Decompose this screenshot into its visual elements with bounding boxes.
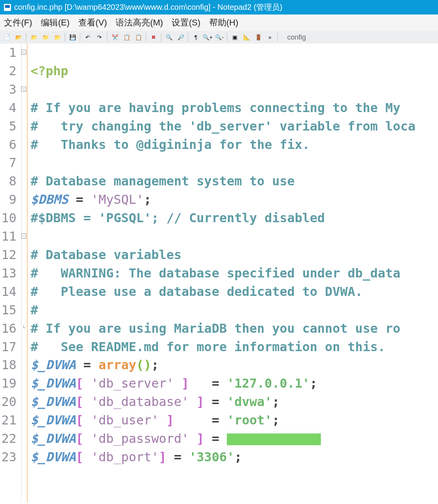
open-file-tab[interactable]: config bbox=[287, 33, 306, 42]
menu-edit[interactable]: 编辑(E) bbox=[41, 18, 69, 27]
fold-end-icon: └ bbox=[21, 326, 26, 331]
toolbar: 📄 📂 📁 📁 📁 💾 ↶ ↷ ✂️ 📋 📋 ✖ 🔍 🔎 ¶ 🔍+ 🔍- ▣ 📐… bbox=[0, 31, 438, 44]
tb-zoomin-icon[interactable]: 🔍+ bbox=[203, 32, 213, 42]
code-content[interactable]: <?php # If you are having problems conne… bbox=[27, 44, 438, 502]
tb-open-icon[interactable]: 📂 bbox=[13, 32, 24, 42]
tb-cut-icon[interactable]: ✂️ bbox=[110, 32, 120, 42]
fold-toggle-icon[interactable]: − bbox=[21, 50, 26, 55]
tb-new-icon[interactable]: 📄 bbox=[2, 32, 12, 42]
tb-terminal-icon[interactable]: ▣ bbox=[230, 32, 240, 42]
menu-help[interactable]: 帮助(H) bbox=[209, 18, 239, 27]
tb-delete-icon[interactable]: ✖ bbox=[148, 32, 159, 42]
menu-view[interactable]: 查看(V) bbox=[78, 18, 107, 27]
title-bar: config.inc.php [D:\wamp642023\www\www.d.… bbox=[0, 0, 438, 15]
tb-replace-icon[interactable]: 🔎 bbox=[176, 32, 186, 42]
censored-password bbox=[227, 433, 321, 445]
tb-preview-icon[interactable]: 📐 bbox=[241, 32, 252, 42]
tb-save-icon[interactable]: 💾 bbox=[67, 32, 78, 42]
window-title: config.inc.php [D:\wamp642023\www\www.d.… bbox=[14, 2, 282, 13]
tb-undo-icon[interactable]: ↶ bbox=[83, 32, 93, 42]
menu-syntax[interactable]: 语法高亮(M) bbox=[116, 18, 163, 27]
tb-paste-icon[interactable]: 📋 bbox=[133, 32, 143, 42]
fold-toggle-icon[interactable]: − bbox=[21, 87, 26, 92]
tb-copy-icon[interactable]: 📋 bbox=[121, 32, 132, 42]
line-number-gutter: 1234567891011121314151617181920212223 bbox=[0, 44, 22, 502]
menu-file[interactable]: 文件(F) bbox=[4, 18, 32, 27]
menu-bar: 文件(F) 编辑(E) 查看(V) 语法高亮(M) 设置(S) 帮助(H) bbox=[0, 15, 438, 31]
menu-settings[interactable]: 设置(S) bbox=[172, 18, 200, 27]
tb-folder2-icon[interactable]: 📁 bbox=[40, 32, 51, 42]
tb-find-icon[interactable]: 🔍 bbox=[164, 32, 174, 42]
tb-folder-icon[interactable]: 📁 bbox=[29, 32, 39, 42]
fold-column: − − − └ bbox=[22, 44, 27, 502]
tb-zoomout-icon[interactable]: 🔍- bbox=[214, 32, 224, 42]
tb-recent-icon[interactable]: 📁 bbox=[52, 32, 62, 42]
fold-toggle-icon[interactable]: − bbox=[21, 234, 26, 239]
app-icon bbox=[4, 4, 11, 11]
tb-overflow-icon[interactable]: » bbox=[265, 32, 275, 42]
tb-wrap-icon[interactable]: ¶ bbox=[191, 32, 201, 42]
code-editor[interactable]: 1234567891011121314151617181920212223 − … bbox=[0, 44, 438, 502]
tb-redo-icon[interactable]: ↷ bbox=[94, 32, 105, 42]
tb-exit-icon[interactable]: 🚪 bbox=[253, 32, 263, 42]
